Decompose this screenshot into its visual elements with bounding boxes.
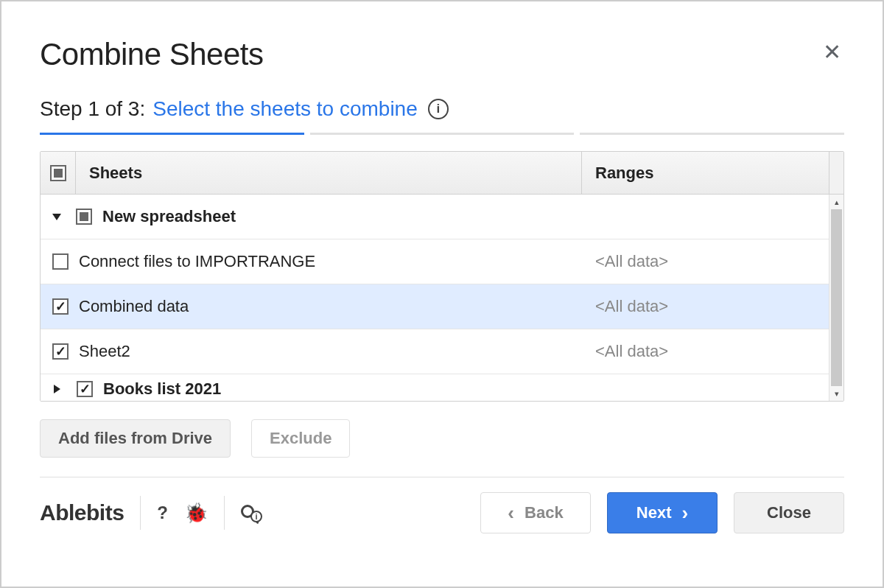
table-row[interactable]: Connect files to IMPORTRANGE <All data> [41,239,843,284]
row-range[interactable]: <All data> [582,342,829,361]
row-checkbox[interactable] [52,298,69,315]
sheet-name: Sheet2 [79,342,130,361]
group-row[interactable]: Books list 2021 [41,374,843,401]
table-body: New spreadsheet Connect files to IMPORTR… [41,195,843,401]
back-button[interactable]: Back [480,492,591,533]
dialog-title: Combine Sheets [40,37,264,72]
row-checkbox[interactable] [52,253,69,270]
table-actions: Add files from Drive Exclude [40,419,844,458]
close-icon[interactable]: ✕ [820,37,844,68]
search-info-icon[interactable]: i [241,503,254,522]
sheets-table: Sheets Ranges New spreadsheet Connect fi… [40,151,844,402]
row-checkbox[interactable] [52,343,69,360]
add-files-button[interactable]: Add files from Drive [40,419,231,458]
progress-seg-1 [40,133,304,135]
exclude-button[interactable]: Exclude [251,419,350,458]
chevron-right-icon[interactable] [54,385,60,393]
brand-logo: Ablebits [40,500,124,525]
help-icon[interactable]: ? [157,503,168,523]
info-badge-icon: i [250,511,262,522]
footer-left: Ablebits ? 🐞 i [40,496,254,530]
back-label: Back [525,505,564,521]
exclude-label: Exclude [270,430,332,447]
step-progress [40,133,844,135]
row-range[interactable]: <All data> [582,297,829,316]
table-header: Sheets Ranges [41,152,843,195]
group-checkbox[interactable] [76,209,92,225]
next-label: Next [636,505,672,521]
group-row[interactable]: New spreadsheet [41,195,843,239]
group-checkbox[interactable] [77,381,93,397]
scroll-up-icon[interactable]: ▴ [829,195,843,209]
group-name: Books list 2021 [103,379,221,399]
chevron-down-icon[interactable] [52,214,61,220]
close-label: Close [767,505,811,521]
group-name: New spreadsheet [102,207,236,226]
header-col-sheets[interactable]: Sheets [76,152,582,194]
checkbox-indeterminate-icon [50,165,66,181]
scroll-thumb[interactable] [831,209,842,386]
dialog-frame: Combine Sheets ✕ Step 1 of 3: Select the… [0,0,884,588]
row-range[interactable]: <All data> [582,252,829,271]
sheet-name: Combined data [79,297,189,316]
footer-separator [40,477,844,477]
scroll-corner [829,152,843,194]
table-row[interactable]: Sheet2 <All data> [41,329,843,374]
close-button[interactable]: Close [734,492,844,533]
next-button[interactable]: Next [607,492,718,533]
step-subtitle: Select the sheets to combine [152,97,418,121]
footer-right: Back Next Close [480,492,844,533]
step-line: Step 1 of 3: Select the sheets to combin… [40,97,844,121]
info-icon[interactable]: i [428,99,449,119]
header-select-all[interactable] [41,152,76,194]
dialog-footer: Ablebits ? 🐞 i Back Next Close [40,492,844,533]
vertical-scrollbar[interactable]: ▴ ▾ [829,195,843,401]
divider [224,496,225,530]
bug-icon[interactable]: 🐞 [184,502,208,525]
table-row[interactable]: Combined data <All data> [41,284,843,329]
add-files-label: Add files from Drive [58,430,212,447]
dialog-header: Combine Sheets ✕ [40,37,844,72]
progress-seg-3 [580,133,844,135]
scroll-down-icon[interactable]: ▾ [829,386,843,401]
header-col-ranges[interactable]: Ranges [582,152,829,194]
step-prefix: Step 1 of 3: [40,97,145,121]
progress-seg-2 [310,133,575,135]
sheet-name: Connect files to IMPORTRANGE [79,252,315,271]
divider [140,496,141,530]
